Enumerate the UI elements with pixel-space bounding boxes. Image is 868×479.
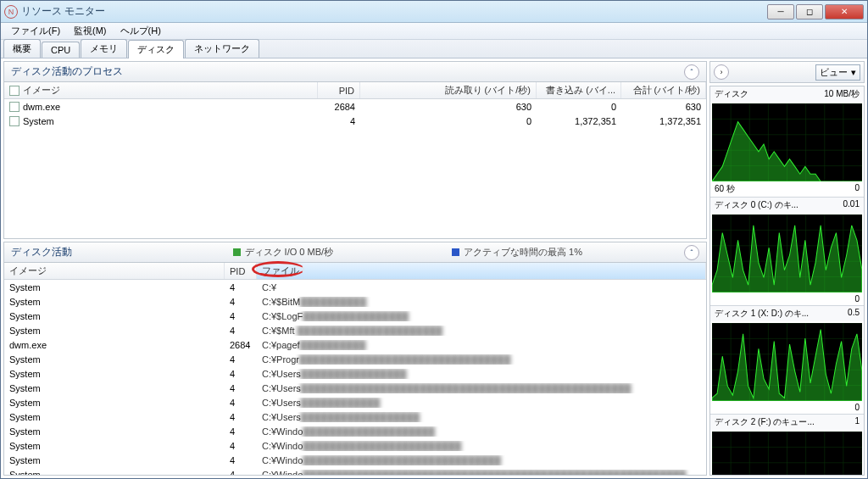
chart-canvas: [712, 323, 862, 401]
table-row[interactable]: System4 C:¥Users████████████████████████…: [4, 381, 706, 395]
chart-block: ディスク 1 (X: D:) のキ...0.5 0: [710, 306, 864, 415]
checkbox[interactable]: [9, 116, 19, 126]
disk-activity-panel: ディスク活動 ディスク I/O 0 MB/秒 アクティブな時間の最高 1% ˆ …: [3, 242, 707, 476]
chart-footer-right: 0: [854, 183, 860, 195]
chart-title: ディスク: [715, 88, 748, 100]
chart-block: ディスク 0 (C:) のキ...0.01 0: [710, 198, 864, 306]
legend-active: アクティブな時間の最高 1%: [452, 246, 582, 259]
chart-max: 0.5: [848, 308, 860, 320]
panel2-header-row: イメージ PID ファイル: [4, 263, 706, 280]
panel1-title: ディスク活動のプロセス: [11, 64, 123, 79]
panel1-header-row: イメージ PID 読み取り (バイト/秒) 書き込み (バイ... 合計 (バイ…: [4, 82, 706, 99]
col-pid[interactable]: PID: [318, 82, 360, 98]
chart-canvas: [712, 103, 862, 181]
tab-cpu[interactable]: CPU: [42, 42, 80, 58]
col-file[interactable]: ファイル: [257, 263, 706, 279]
chart-max: 0.01: [843, 199, 860, 211]
collapse-icon[interactable]: ˆ: [684, 245, 699, 260]
table-row[interactable]: System4 C:¥$Mft ██████████████████████: [4, 323, 706, 337]
table-row[interactable]: System4 C:¥Windo████████████████████████: [4, 438, 706, 453]
titlebar[interactable]: N リソース モニター ─ ◻ ✕: [1, 1, 867, 23]
menubar: ファイル(F) 監視(M) ヘルプ(H): [1, 23, 867, 40]
legend-active-color: [452, 248, 459, 256]
table-row[interactable]: System4 C:¥Windo████████████████████████…: [4, 467, 706, 475]
collapse-icon[interactable]: ˆ: [684, 64, 699, 80]
chart-title: ディスク 1 (X: D:) のキ...: [715, 308, 809, 320]
checkbox-all[interactable]: [9, 86, 19, 96]
chart-block: ディスク 2 (F:) のキュー...1: [710, 415, 864, 476]
tab-memory[interactable]: メモリ: [81, 39, 127, 58]
menu-help[interactable]: ヘルプ(H): [115, 23, 166, 39]
maximize-button[interactable]: ◻: [796, 4, 823, 19]
chevron-down-icon: ▾: [851, 67, 856, 78]
tabbar: 概要 CPU メモリ ディスク ネットワーク: [1, 40, 867, 58]
table-row[interactable]: System4 C:¥Progr████████████████████████…: [4, 352, 706, 366]
minimize-button[interactable]: ─: [767, 4, 794, 19]
charts-panel: ディスク10 MB/秒 60 秒0 ディスク 0 (C:) のキ...0.01 …: [709, 86, 865, 476]
table-row[interactable]: System4 C:¥Windo████████████████████: [4, 424, 706, 438]
legend-io-color: [233, 248, 241, 256]
table-row[interactable]: System4 C:¥Users████████████: [4, 395, 706, 409]
col-image[interactable]: イメージ: [4, 263, 225, 279]
menu-monitor[interactable]: 監視(M): [69, 23, 112, 39]
col-read[interactable]: 読み取り (バイト/秒): [360, 82, 537, 98]
close-button[interactable]: ✕: [825, 4, 864, 19]
chart-title: ディスク 2 (F:) のキュー...: [715, 416, 815, 428]
chart-block: ディスク10 MB/秒 60 秒0: [710, 86, 864, 198]
table-row[interactable]: dwm.exe 2684630 0630: [4, 99, 706, 114]
chart-footer-right: 0: [854, 294, 860, 304]
table-row[interactable]: System4 C:¥$LogF████████████████: [4, 309, 706, 323]
legend-io: ディスク I/O 0 MB/秒: [233, 246, 334, 259]
resource-monitor-window: N リソース モニター ─ ◻ ✕ ファイル(F) 監視(M) ヘルプ(H) 概…: [0, 0, 868, 479]
table-row[interactable]: System4 C:¥Windo████████████████████████…: [4, 453, 706, 467]
tab-network[interactable]: ネットワーク: [185, 39, 259, 58]
col-pid[interactable]: PID: [225, 263, 257, 279]
tab-disk[interactable]: ディスク: [128, 40, 184, 58]
col-total[interactable]: 合計 (バイト/秒): [621, 82, 706, 98]
chart-footer-right: 0: [854, 403, 860, 412]
chart-title: ディスク 0 (C:) のキ...: [715, 199, 798, 211]
disk-process-panel: ディスク活動のプロセス ˆ イメージ PID 読み取り (バイト/秒) 書き込み…: [3, 61, 707, 239]
window-title: リソース モニター: [21, 4, 765, 19]
app-icon: N: [4, 5, 18, 19]
right-toolbar: › ビュー▾: [709, 61, 865, 83]
chart-canvas: [712, 432, 862, 476]
table-row[interactable]: System4 C:¥Users██████████████████: [4, 409, 706, 424]
col-image[interactable]: イメージ: [23, 84, 60, 97]
menu-file[interactable]: ファイル(F): [6, 23, 65, 39]
table-row[interactable]: System4 C:¥$BitM██████████: [4, 294, 706, 309]
expand-icon[interactable]: ›: [714, 64, 729, 80]
table-row[interactable]: System4 C:¥: [4, 280, 706, 294]
panel2-title: ディスク活動: [11, 245, 72, 259]
view-dropdown[interactable]: ビュー▾: [815, 64, 860, 81]
tab-overview[interactable]: 概要: [3, 39, 41, 58]
col-write[interactable]: 書き込み (バイ...: [537, 82, 621, 98]
chart-max: 10 MB/秒: [824, 88, 860, 100]
table-row[interactable]: System4 C:¥Users████████████████: [4, 366, 706, 381]
chart-footer-left: 60 秒: [715, 183, 735, 195]
chart-max: 1: [854, 416, 860, 428]
table-row[interactable]: dwm.exe2684 C:¥pagef██████████: [4, 337, 706, 352]
chart-canvas: [712, 214, 862, 292]
checkbox[interactable]: [9, 102, 19, 112]
table-row[interactable]: System 40 1,372,3511,372,351: [4, 114, 706, 128]
